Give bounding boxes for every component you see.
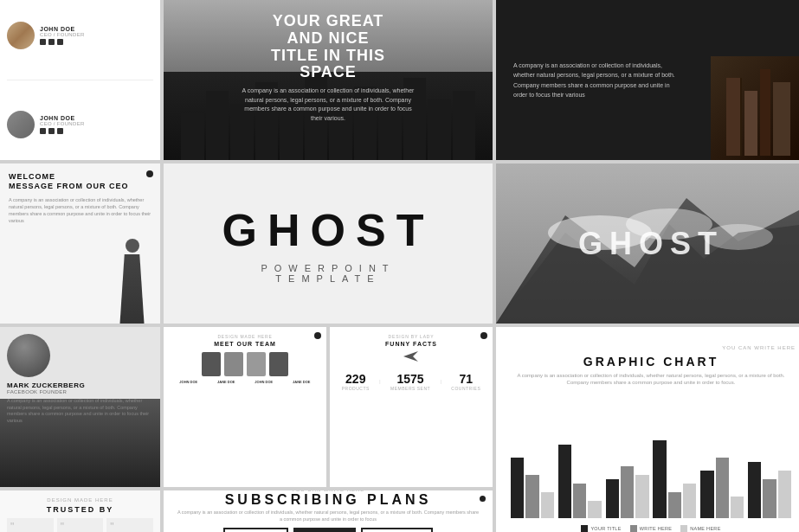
plan-business-button[interactable]: BUSINESS [293, 528, 356, 532]
trusted-quotes: " Lorem ipsum dolor sit amet consectetur… [7, 518, 153, 532]
bar-2-mid [573, 484, 586, 518]
quote-1: " Lorem ipsum dolor sit amet consectetur… [7, 518, 54, 532]
fact-separator: | [379, 379, 380, 384]
social-icon-6[interactable] [57, 128, 63, 134]
building-1 [181, 112, 204, 160]
team-label: DESIGN MADE HERE [171, 334, 319, 339]
bar-1-dark [511, 458, 524, 518]
person-body [117, 254, 147, 324]
facts-cell: DESIGN BY LADY FUNNY FACTS 229 PRODUCTS … [330, 327, 493, 487]
bar-group-2 [558, 445, 602, 518]
bar-3-mid [621, 466, 634, 518]
bar-chart [506, 394, 796, 518]
mountain-cell: GHOST [496, 163, 799, 324]
quote-mark-1: " [10, 522, 50, 532]
bar-4-mid [668, 492, 681, 518]
member-name-1: JOHN DOE [171, 380, 207, 384]
social-icon-2[interactable] [48, 39, 55, 45]
bar-6-light [778, 471, 791, 518]
plan-buttons: PERSONAL BUSINESS ENTERPRISE [177, 528, 480, 532]
bar-group-3 [606, 466, 649, 518]
ghost-main-cell: GHOST POWERPOINT TEMPLATE [164, 163, 493, 324]
profile-info-2: JOHN DOE CEO / FOUNDER [40, 115, 153, 134]
hero-description: A company is an association or collectio… [242, 87, 415, 123]
bar-3-light [635, 475, 648, 518]
book-4 [773, 82, 790, 156]
plan-personal-button[interactable]: PERSONAL [223, 528, 288, 532]
company-description: A company is an association or collectio… [513, 61, 679, 99]
plan-enterprise-button[interactable]: ENTERPRISE [361, 528, 433, 532]
ghost-main-title: GHOST [222, 204, 435, 256]
team-members [171, 352, 319, 376]
plane-icon [403, 350, 420, 363]
book-3 [760, 69, 770, 156]
chart-legend: YOUR TITLE WRITE HERE NAME HERE [506, 525, 796, 532]
legend-2: WRITE HERE [630, 525, 673, 532]
facts-numbers: 229 PRODUCTS | 1575 MEMBERS SENT | 71 CO… [337, 372, 486, 391]
bar-5-dark [700, 471, 713, 518]
legend-dot-3 [680, 525, 687, 532]
bar-1-mid [525, 475, 538, 518]
company-text-block: A company is an association or collectio… [513, 61, 679, 99]
profile-icons-1 [40, 39, 153, 45]
fact-number-1: 229 [342, 372, 370, 386]
fact-3: 71 COUNTRIES [451, 372, 480, 391]
plans-title: SUBSCRIBING PLANS [177, 492, 480, 508]
profile-title-1: CEO / FOUNDER [40, 32, 153, 37]
fact-label-1: PRODUCTS [342, 386, 370, 391]
plans-description: A company is an association or collectio… [177, 510, 480, 522]
legend-label-3: NAME HERE [690, 526, 720, 531]
profile-item-1: JOHN DOE CEO / FOUNDER [7, 22, 153, 49]
chart-label-text: YOU CAN WRITE HERE [722, 345, 796, 350]
bar-6-dark [748, 462, 761, 518]
member-name-4: JANE DOE [284, 380, 320, 384]
bar-2-dark [558, 445, 571, 518]
bar-group-6 [748, 462, 791, 518]
quote-2: " Lorem ipsum dolor sit amet consectetur… [57, 518, 104, 532]
facts-label: DESIGN BY LADY [337, 334, 486, 339]
building-12 [453, 91, 476, 160]
zuck-avatar [7, 334, 50, 377]
legend-dot-2 [630, 525, 637, 532]
bar-3-dark [606, 479, 619, 518]
zuckerberg-cell: MARK ZUCKERBERG FACEBOOK FOUNDER A compa… [0, 327, 160, 487]
bar-5-mid [716, 458, 729, 518]
ceo-description: A company is an association or collectio… [9, 196, 151, 225]
company-dark-cell: A company is an association or collectio… [496, 0, 799, 160]
bar-group-1 [511, 458, 554, 518]
quote-mark-2: " [61, 522, 100, 532]
ghost-subtitle-line1: POWERPOINT [261, 263, 395, 273]
social-icon-4[interactable] [40, 128, 46, 134]
member-names: JOHN DOE JANE DOE JOHN DOE JANE DOE [171, 380, 319, 384]
team-cell: DESIGN MADE HERE MEET OUR TEAM JOHN DOE … [164, 327, 326, 487]
team-title: MEET OUR TEAM [171, 341, 319, 347]
bar-2-light [588, 501, 601, 518]
fact-separator-2: | [441, 379, 441, 384]
main-grid: JOHN DOE CEO / FOUNDER JOHN DOE CEO / FO… [0, 0, 799, 532]
bar-4-dark [653, 440, 666, 518]
legend-dot-1 [581, 525, 588, 532]
book-2 [744, 91, 757, 156]
bar-group-4 [653, 440, 696, 518]
books-decoration [711, 56, 799, 160]
trusted-sublabel: DESIGN MADE HERE [7, 497, 153, 503]
dot-marker-facts [480, 332, 487, 339]
social-icon-3[interactable] [57, 39, 63, 45]
social-icon-1[interactable] [40, 39, 46, 45]
profile-title-2: CEO / FOUNDER [40, 121, 153, 126]
mountain-background: GHOST [496, 163, 799, 324]
profile-name-2: JOHN DOE [40, 115, 153, 121]
ceo-cell: WELCOMEMESSAGE FROM OUR CEO A company is… [0, 163, 160, 324]
building-11 [428, 99, 451, 160]
bar-6-mid [763, 479, 776, 518]
person-head [126, 239, 139, 253]
hero-cell: YOUR GREATAND NICETITLE IN THISSPACE A c… [164, 0, 493, 160]
profiles-cell: JOHN DOE CEO / FOUNDER JOHN DOE CEO / FO… [0, 0, 160, 160]
fact-number-3: 71 [451, 372, 480, 386]
quote-3: " Lorem ipsum dolor sit amet consectetur… [106, 518, 153, 532]
building-2 [206, 91, 229, 160]
social-icon-5[interactable] [48, 128, 55, 134]
plans-cell: YOU CAN WRITE HERE SUBSCRIBING PLANS A c… [164, 490, 493, 532]
avatar-1 [7, 22, 35, 49]
profile-item-2: JOHN DOE CEO / FOUNDER [7, 111, 153, 138]
